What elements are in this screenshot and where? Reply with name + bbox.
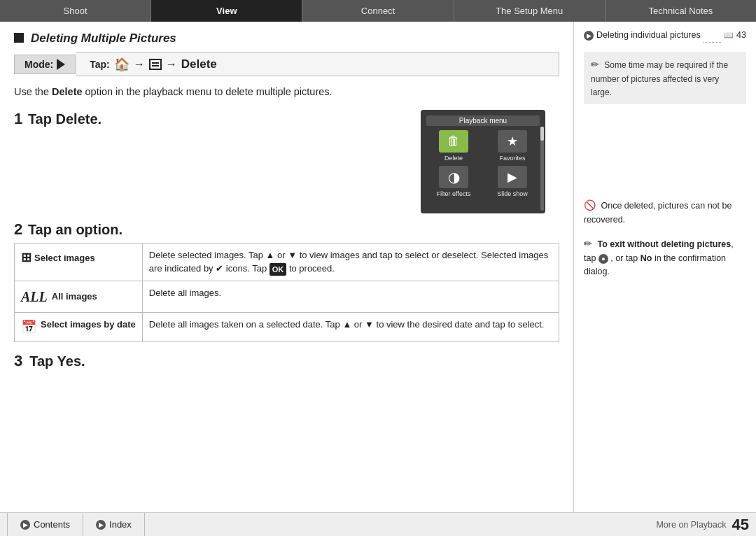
pb-slideshow-icon: ▶ — [498, 166, 527, 188]
option-all-images-desc: Delete all images. — [142, 281, 559, 313]
arrow-circle-contents: ▶ — [20, 520, 30, 530]
mode-label: Mode: — [24, 59, 53, 70]
step2-row: 2 Tap an option. — [14, 220, 559, 239]
bottom-navigation: ▶ Contents ▶ Index More on Playback 45 — [0, 512, 756, 536]
all-icon: ALL — [21, 286, 48, 307]
option-select-images-label: ⊞ Select images — [15, 243, 143, 281]
table-row: ⊞ Select images Delete selected images. … — [15, 243, 559, 281]
pb-item-slideshow: ▶ Slide show — [485, 166, 540, 197]
section-title-text: Deleting Multiple Pictures — [31, 31, 176, 45]
option-select-by-date-label: 📅 Select images by date — [15, 313, 143, 342]
pb-scrollbar — [540, 127, 544, 211]
top-navigation: Shoot View Connect The Setup Menu Techni… — [0, 0, 756, 22]
pb-item-delete: 🗑 Delete — [426, 130, 481, 162]
nav-technical-notes[interactable]: Technical Notes — [606, 0, 756, 22]
pb-favorites-label: Favorites — [499, 155, 525, 162]
sidebar-note-1: ▶ Deleting individual pictures 📖 43 — [584, 29, 746, 42]
pb-delete-icon: 🗑 — [439, 130, 468, 153]
calendar-icon: 📅 — [21, 318, 36, 337]
pb-title: Playback menu — [426, 115, 540, 126]
mode-box: Mode: — [14, 55, 76, 74]
bottom-nav-left: ▶ Contents ▶ Index — [7, 513, 656, 537]
content-area: Deleting Multiple Pictures Mode: Tap: 🏠 … — [0, 22, 574, 512]
mode-tap-row: Mode: Tap: 🏠 → → Delete — [14, 52, 559, 76]
section-title: Deleting Multiple Pictures — [14, 31, 559, 45]
nav-connect[interactable]: Connect — [302, 0, 454, 22]
sidebar-note1-text[interactable]: Deleting individual pictures — [596, 29, 701, 42]
black-square-icon — [14, 33, 24, 43]
index-link[interactable]: ▶ Index — [83, 513, 145, 537]
home-icon: 🏠 — [114, 57, 130, 72]
arrow-right-2: → — [166, 58, 177, 71]
sidebar-note-3: 🚫 Once deleted, pictures can not be reco… — [584, 198, 746, 227]
option-select-images-desc: Delete selected images. Tap ▲ or ▼ to vi… — [142, 243, 559, 281]
pb-delete-label: Delete — [444, 155, 463, 162]
pb-filter-icon: ◑ — [439, 166, 468, 188]
pb-item-favorites: ★ Favorites — [485, 130, 540, 162]
spacer — [584, 114, 746, 198]
no-delete-icon: 🚫 — [584, 199, 596, 211]
sidebar-note1-icon: 📖 — [724, 29, 734, 41]
sidebar: ▶ Deleting individual pictures 📖 43 ✏ So… — [574, 22, 756, 512]
pb-scrollbar-thumb — [540, 127, 544, 141]
tap-delete-label: Delete — [181, 57, 217, 71]
bottom-nav-right: More on Playback 45 — [656, 516, 749, 534]
menu-icon — [149, 59, 162, 70]
sidebar-note1-page: 43 — [736, 29, 746, 42]
table-row: ALL All images Delete all images. — [15, 281, 559, 313]
arrow-right-1: → — [134, 58, 145, 71]
sidebar-note2-text: Some time may be required if the number … — [591, 60, 728, 97]
sidebar-note-4: ✏ To exit without deleting pictures, tap… — [584, 237, 746, 278]
pencil-icon-2: ✏ — [584, 238, 592, 249]
circle-button-icon: ● — [598, 254, 608, 264]
option-select-by-date-desc: Delete all images taken on a selected da… — [142, 313, 559, 342]
tap-label: Tap: — [90, 59, 110, 70]
nav-setup-menu[interactable]: The Setup Menu — [454, 0, 606, 22]
dotted-separator — [704, 42, 721, 43]
play-mode-icon — [57, 59, 65, 70]
more-on-text: More on Playback — [656, 520, 726, 530]
description-text: Use the Delete option in the playback me… — [14, 85, 559, 100]
pencil-icon: ✏ — [591, 59, 599, 70]
arrow-circle-icon-1: ▶ — [584, 31, 594, 41]
contents-label: Contents — [34, 519, 70, 530]
step1-text: 1 Tap Delete. — [14, 110, 102, 128]
pb-grid: 🗑 Delete ★ Favorites ◑ Filter effects ▶ … — [426, 130, 540, 197]
page-number: 45 — [732, 516, 749, 534]
sidebar-note3-text: Once deleted, pictures can not be recove… — [584, 201, 732, 225]
contents-link[interactable]: ▶ Contents — [7, 513, 83, 537]
pb-favorites-icon: ★ — [498, 130, 527, 153]
playback-screenshot: Playback menu 🗑 Delete ★ Favorites ◑ Fil… — [421, 110, 545, 213]
pb-filter-label: Filter effects — [437, 190, 471, 197]
main-layout: Deleting Multiple Pictures Mode: Tap: 🏠 … — [0, 22, 756, 512]
table-row: 📅 Select images by date Delete all image… — [15, 313, 559, 342]
arrow-circle-index: ▶ — [96, 520, 106, 530]
nav-shoot[interactable]: Shoot — [0, 0, 151, 22]
nav-view[interactable]: View — [151, 0, 302, 22]
sidebar-gray-note: ✏ Some time may be required if the numbe… — [584, 52, 746, 104]
pb-slideshow-label: Slide show — [497, 190, 528, 197]
grid-icon: ⊞ — [21, 248, 30, 267]
pb-item-filter: ◑ Filter effects — [426, 166, 481, 197]
ok-icon: OK — [270, 263, 287, 276]
options-table: ⊞ Select images Delete selected images. … — [14, 243, 559, 342]
option-all-images-label: ALL All images — [15, 281, 143, 313]
step3-row: 3 Tap Yes. — [14, 352, 559, 370]
sidebar-note4-bold: To exit without deleting pictures — [597, 239, 731, 249]
tap-box: Tap: 🏠 → → Delete — [76, 52, 559, 76]
index-label: Index — [109, 519, 132, 530]
step1-area: 1 Tap Delete. Playback menu 🗑 Delete ★ F… — [14, 110, 559, 213]
